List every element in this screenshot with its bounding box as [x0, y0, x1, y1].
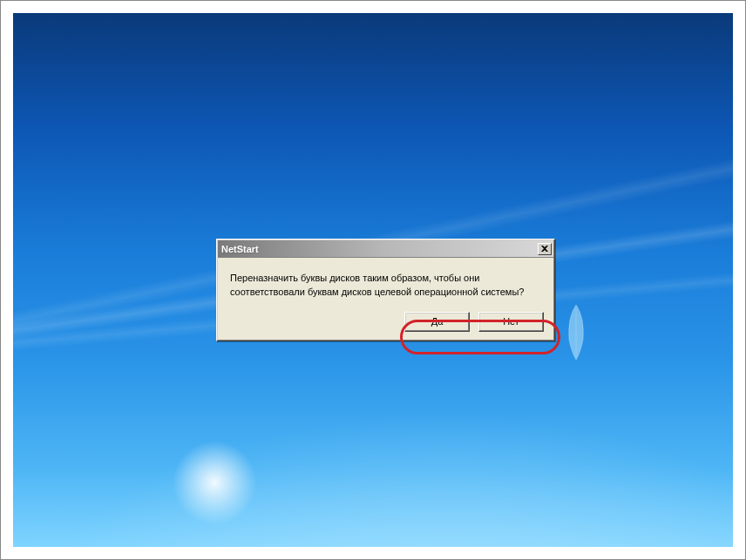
close-button[interactable] [538, 243, 552, 255]
dialog-titlebar[interactable]: NetStart [218, 240, 553, 258]
dialog-title: NetStart [221, 244, 538, 254]
desktop-wallpaper: NetStart Переназначить буквы дисков таки… [13, 13, 733, 547]
message-line-1: Переназначить буквы дисков таким образом… [230, 272, 541, 286]
netstart-dialog: NetStart Переназначить буквы дисков таки… [216, 239, 555, 341]
close-icon [541, 246, 548, 252]
screenshot-frame: NetStart Переназначить буквы дисков таки… [0, 0, 746, 560]
no-button[interactable]: Нет [478, 312, 544, 332]
dialog-button-row: Да Нет [404, 312, 544, 332]
yes-button[interactable]: Да [404, 312, 470, 332]
decorative-leaf [559, 300, 593, 361]
message-line-2: соответствовали буквам дисков целевой оп… [230, 286, 541, 300]
